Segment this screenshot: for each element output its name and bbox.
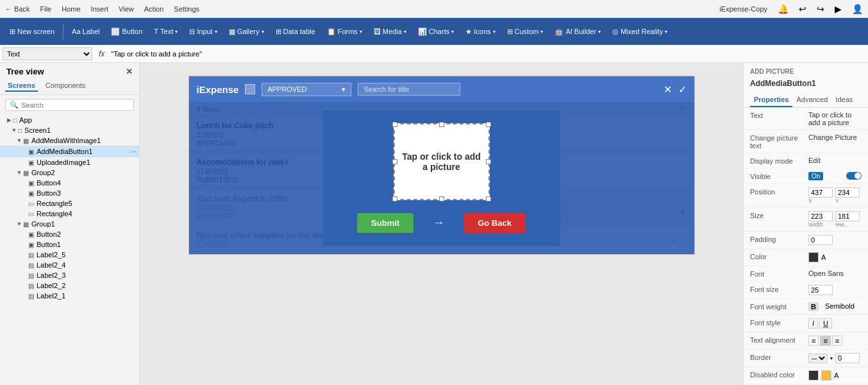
tree-item-addmediawithimage1[interactable]: ▼ ▦ AddMediaWithImage1 (0, 135, 139, 146)
tree-item-button3[interactable]: ▣ Button3 (0, 188, 139, 198)
tree-view-title: Tree view (6, 67, 44, 76)
tree-item-rectangle5[interactable]: ▭ Rectangle5 (0, 198, 139, 209)
tree-item-addmediabutton1[interactable]: ▣ AddMediaButton1 ··· (0, 146, 139, 157)
tree-search-box[interactable]: 🔍 (5, 99, 134, 111)
tree-item-label: Label2_4 (37, 261, 65, 269)
disabled-color-fill-box[interactable] (821, 370, 831, 381)
media-button[interactable]: 🖼 Media ▾ (369, 26, 411, 37)
tree-item-rectangle4[interactable]: ▭ Rectangle4 (0, 209, 139, 219)
app-search-box[interactable]: Search for title (358, 83, 460, 96)
element-selector[interactable]: Text (3, 47, 92, 60)
custom-button[interactable]: ⊞ Custom ▾ (503, 26, 548, 38)
icons-button[interactable]: ★ Icons ▾ (461, 26, 499, 38)
align-left-button[interactable]: ≡ (808, 336, 819, 346)
formula-input[interactable] (111, 50, 865, 58)
rp-row-color: Color A (744, 249, 868, 266)
more-options-icon[interactable]: ··· (130, 147, 137, 156)
tree-item-uploadedimage1[interactable]: ▣ UploadedImage1 (0, 157, 139, 167)
nav-insert[interactable]: Insert (91, 5, 109, 13)
align-center-button[interactable]: ≡ (820, 336, 830, 346)
position-x-input[interactable] (808, 187, 833, 198)
data-table-button[interactable]: ⊞ Data table (271, 26, 320, 38)
disabled-color-box[interactable] (808, 370, 819, 381)
x-label: X (808, 198, 833, 204)
nav-back[interactable]: ← Back (5, 5, 30, 13)
tree-item-button4[interactable]: ▣ Button4 (0, 178, 139, 188)
border-width-input[interactable] (835, 353, 860, 363)
size-height-input[interactable] (835, 211, 860, 221)
tree-view-header: Tree view ✕ (0, 63, 139, 80)
label-button[interactable]: Aa Label (67, 26, 104, 37)
ai-builder-button[interactable]: 🤖 AI Builder ▾ (550, 26, 605, 38)
tree-item-group2[interactable]: ▼ ▦ Group2 (0, 167, 139, 178)
rp-label-font: Font (750, 270, 805, 278)
play-icon[interactable]: ▶ (835, 4, 842, 14)
rp-label-font-size: Font size (750, 285, 805, 293)
position-y-input[interactable] (835, 187, 860, 198)
gallery-button[interactable]: ▦ Gallery ▾ (224, 26, 269, 38)
rp-tab-advanced[interactable]: Advanced (792, 93, 831, 107)
tree-search-input[interactable] (21, 101, 129, 109)
nav-home[interactable]: Home (62, 5, 80, 13)
tree-item-label: Button1 (37, 241, 61, 248)
tree-item-label2-3[interactable]: ▤ Label2_3 (0, 270, 139, 280)
nav-settings[interactable]: Settings (174, 5, 199, 13)
tab-screens[interactable]: Screens (5, 80, 38, 92)
status-dropdown[interactable]: APPROVED ▾ (262, 83, 351, 96)
app-check-icon[interactable]: ✓ (678, 83, 687, 96)
underline-button[interactable]: U (819, 318, 832, 329)
user-icon[interactable]: 👤 (852, 4, 863, 14)
notifications-icon[interactable]: 🔔 (778, 4, 789, 14)
nav-file[interactable]: File (40, 5, 52, 13)
tree-item-screen1[interactable]: ▼ □ Screen1 (0, 125, 139, 135)
tree-item-label2-5[interactable]: ▤ Label2_5 (0, 250, 139, 260)
tree-item-label2-4[interactable]: ▤ Label2_4 (0, 260, 139, 270)
redo-icon[interactable]: ↪ (817, 4, 824, 14)
add-picture-placeholder[interactable]: Tap or click to add a picture (394, 123, 490, 200)
rp-tab-ideas[interactable]: Ideas (831, 93, 856, 107)
go-back-button[interactable]: Go Back (463, 213, 526, 233)
tree-item-label2-1[interactable]: ▤ Label2_1 (0, 291, 139, 301)
input-button[interactable]: ⊟ Input ▾ (185, 26, 221, 38)
nav-view[interactable]: View (119, 5, 134, 13)
rp-row-font-weight: Font weight B Semibold (744, 299, 868, 315)
tree-item-group1[interactable]: ▼ ▦ Group1 (0, 219, 139, 229)
rp-label-text: Text (750, 111, 805, 119)
data-table-icon: ⊞ (276, 28, 281, 36)
rp-tab-properties[interactable]: Properties (750, 93, 792, 107)
font-size-input[interactable] (808, 285, 833, 295)
icons-icon: ★ (465, 28, 472, 36)
tree-close-icon[interactable]: ✕ (126, 67, 133, 76)
tab-components[interactable]: Components (43, 80, 88, 92)
mixed-reality-button[interactable]: ◎ Mixed Reality ▾ (608, 26, 672, 38)
undo-icon[interactable]: ↩ (799, 4, 806, 14)
custom-icon: ⊞ (507, 28, 513, 36)
tree-item-button1[interactable]: ▣ Button1 (0, 239, 139, 250)
font-weight-badge[interactable]: B (808, 302, 819, 311)
tree-item-label2-2[interactable]: ▤ Label2_2 (0, 280, 139, 291)
align-buttons: ≡ ≡ ≡ (808, 336, 842, 346)
italic-button[interactable]: I (808, 318, 818, 329)
submit-button[interactable]: Submit (357, 213, 413, 233)
nav-action[interactable]: Action (144, 5, 164, 13)
forms-button[interactable]: 📋 Forms ▾ (322, 26, 367, 38)
label2-4-icon: ▤ (28, 262, 34, 269)
rp-label-disabled-color: Disabled color (750, 370, 805, 379)
tree-item-app[interactable]: ▶ □ App (0, 115, 139, 125)
size-width-input[interactable] (808, 211, 833, 221)
rp-label-size: Size (750, 211, 805, 219)
align-right-button[interactable]: ≡ (832, 336, 842, 346)
visible-toggle[interactable] (846, 172, 862, 180)
text-button[interactable]: T Text ▾ (149, 26, 182, 37)
color-box[interactable] (808, 252, 819, 262)
app-close-icon[interactable]: ✕ (664, 83, 672, 96)
border-style-select[interactable]: — (808, 354, 828, 363)
button-tool[interactable]: ⬜ Button (106, 26, 147, 38)
charts-button[interactable]: 📊 Charts ▾ (413, 26, 458, 38)
new-screen-button[interactable]: ⊞ New screen (5, 26, 59, 38)
left-panel: Tree view ✕ Screens Components 🔍 ▶ □ App… (0, 63, 140, 385)
visible-on-badge: On (808, 172, 823, 180)
tree-item-button2[interactable]: ▣ Button2 (0, 229, 139, 239)
padding-input[interactable] (808, 235, 833, 245)
handle-br (486, 196, 491, 201)
